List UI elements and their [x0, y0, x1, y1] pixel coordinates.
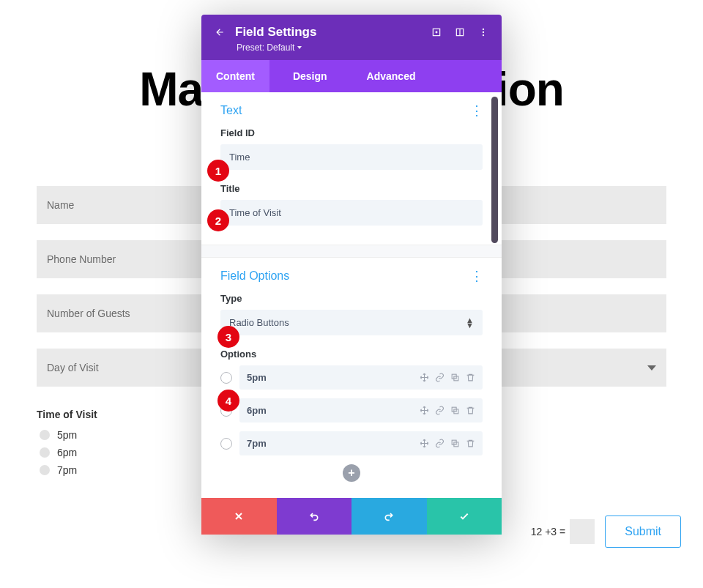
submit-button[interactable]: Submit [605, 516, 681, 548]
type-label: Type [220, 293, 483, 304]
option-tools [420, 406, 475, 415]
captcha: 12 +3 = [531, 519, 595, 544]
svg-point-5 [483, 31, 484, 33]
add-option-button[interactable]: + [343, 464, 360, 482]
section-heading[interactable]: Field Options [220, 269, 289, 283]
field-settings-panel: Field Settings Preset: Default Content D… [201, 15, 502, 535]
field-id-label: Field ID [220, 127, 483, 138]
move-icon[interactable] [420, 439, 429, 448]
type-select[interactable]: Radio Buttons ▲▼ [220, 310, 483, 335]
option-input[interactable]: 6pm [239, 398, 483, 423]
radio-icon [40, 430, 50, 440]
radio-icon[interactable] [220, 372, 232, 384]
undo-button[interactable] [277, 498, 352, 535]
tab-advanced[interactable]: Advanced [352, 60, 431, 92]
section-heading[interactable]: Text [220, 104, 242, 117]
chevron-down-icon [297, 46, 302, 49]
copy-icon[interactable] [450, 373, 460, 382]
title-input[interactable]: Time of Visit [220, 200, 483, 226]
panel-title: Field Settings [235, 25, 421, 40]
option-tools [420, 373, 475, 382]
link-icon[interactable] [435, 439, 445, 448]
type-value: Radio Buttons [229, 317, 289, 328]
svg-point-6 [483, 34, 484, 36]
link-icon[interactable] [435, 406, 445, 415]
title-label: Title [220, 183, 483, 194]
section-text: Text ⋮ Field ID Time Title Time of Visit [201, 92, 502, 245]
trash-icon[interactable] [466, 373, 475, 382]
panel-footer [201, 498, 502, 535]
expand-icon[interactable] [431, 27, 442, 37]
more-icon[interactable] [478, 27, 488, 37]
move-icon[interactable] [420, 373, 429, 382]
day-select-label: Day of Visit [47, 362, 99, 373]
cancel-button[interactable] [201, 498, 277, 535]
option-input[interactable]: 5pm [239, 365, 483, 390]
callout-badge-4: 4 [217, 390, 239, 412]
radio-label: 7pm [57, 464, 77, 476]
radio-label: 5pm [57, 429, 77, 441]
link-icon[interactable] [435, 373, 445, 382]
columns-icon[interactable] [455, 27, 465, 37]
captcha-text: 12 +3 = [531, 526, 566, 537]
move-icon[interactable] [420, 406, 429, 415]
redo-button[interactable] [352, 498, 427, 535]
radio-icon [40, 465, 50, 475]
radio-label: 6pm [57, 447, 77, 458]
option-input[interactable]: 7pm [239, 431, 483, 455]
option-tools [420, 439, 475, 448]
svg-point-1 [436, 31, 437, 33]
preset-label: Preset: Default [237, 42, 294, 53]
option-row: 6pm [220, 398, 483, 423]
panel-body: Text ⋮ Field ID Time Title Time of Visit… [201, 92, 502, 498]
option-row: 5pm [220, 365, 483, 390]
options-label: Options [220, 349, 483, 360]
trash-icon[interactable] [466, 406, 475, 415]
radio-icon[interactable] [220, 438, 232, 450]
option-text: 5pm [247, 372, 267, 383]
radio-icon [40, 447, 50, 458]
scrollbar[interactable] [491, 97, 498, 243]
trash-icon[interactable] [466, 439, 475, 448]
svg-point-4 [483, 29, 484, 30]
option-text: 6pm [247, 405, 267, 416]
field-id-input[interactable]: Time [220, 144, 483, 170]
copy-icon[interactable] [450, 439, 460, 448]
section-more-icon[interactable]: ⋮ [470, 107, 483, 114]
captcha-input[interactable] [570, 519, 595, 544]
sort-icon: ▲▼ [466, 318, 474, 328]
copy-icon[interactable] [450, 406, 460, 415]
section-divider [201, 245, 502, 258]
preset-selector[interactable]: Preset: Default [237, 42, 488, 53]
option-row: 7pm [220, 431, 483, 455]
callout-badge-2: 2 [207, 209, 229, 231]
panel-header: Field Settings Preset: Default [201, 15, 502, 60]
section-field-options: Field Options ⋮ Type Radio Buttons ▲▼ Op… [201, 258, 502, 498]
callout-badge-3: 3 [217, 326, 239, 348]
callout-badge-1: 1 [207, 160, 229, 182]
tab-design[interactable]: Design [278, 60, 342, 92]
confirm-button[interactable] [427, 498, 502, 535]
section-more-icon[interactable]: ⋮ [470, 272, 483, 280]
back-icon[interactable] [215, 27, 225, 37]
chevron-down-icon [647, 365, 656, 371]
option-text: 7pm [247, 438, 267, 449]
panel-tabs: Content Design Advanced [201, 60, 502, 92]
tab-content[interactable]: Content [201, 60, 269, 92]
